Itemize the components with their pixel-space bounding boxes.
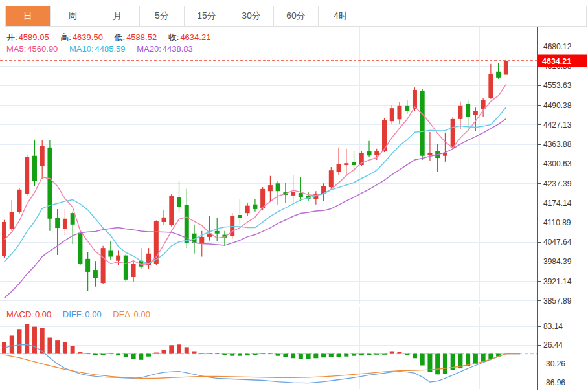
candle [131, 260, 136, 282]
axis-tick-label: 4174.14 [543, 199, 572, 208]
tab-5min[interactable]: 5分 [140, 6, 185, 26]
open-label: 开: [6, 32, 17, 42]
axis-tick-label: 3921.14 [543, 277, 572, 286]
high-readout: 高:4639.50 [60, 32, 103, 42]
macd-bar [215, 353, 220, 353]
last-price-tag-text: 4634.21 [542, 57, 571, 66]
chart-canvas[interactable]: 4680.124616.884553.634490.384427.134363.… [0, 0, 588, 391]
candle [17, 188, 21, 214]
candle [177, 181, 181, 212]
macd-bar [78, 352, 82, 354]
tab-15min[interactable]: 15分 [185, 6, 229, 26]
macd-bar [116, 354, 120, 356]
candle [108, 241, 113, 260]
tab-4hour[interactable]: 4时 [319, 6, 363, 26]
macd-bar [131, 354, 136, 359]
macd-bar [32, 327, 37, 354]
macd-bar [253, 354, 257, 355]
candle [504, 59, 508, 74]
candle [337, 148, 341, 175]
candle [40, 140, 45, 179]
tab-60min[interactable]: 60分 [274, 6, 319, 26]
macd-bar [207, 353, 212, 353]
candle [420, 89, 425, 160]
ma5-label: MA5: [6, 44, 26, 54]
macd-bar [276, 354, 280, 356]
macd-bar [139, 354, 143, 360]
candle [451, 117, 455, 149]
axis-tick-label: 4363.88 [543, 140, 572, 149]
candle [458, 102, 462, 129]
candle [299, 177, 303, 201]
candle [306, 192, 311, 201]
macd-bar [154, 353, 159, 354]
axis-tick-label: 4237.39 [543, 179, 572, 188]
candle [101, 246, 106, 284]
candle [496, 63, 501, 79]
tab-day[interactable]: 日 [6, 6, 51, 26]
macd-bar [177, 344, 181, 353]
candle [32, 140, 37, 186]
ma5-readout: MA5:4560.90 [6, 44, 58, 54]
ohlc-header: 开:4589.05 高:4639.50 低:4588.52 收:4634.21 [6, 32, 220, 43]
macd-bar [185, 347, 189, 353]
macd-bar [443, 354, 447, 374]
macd-bar [162, 350, 166, 354]
ma10-readout: MA10:4485.59 [69, 44, 126, 54]
macd-bar [17, 329, 21, 353]
macd-bar [222, 354, 227, 355]
candle [260, 187, 265, 210]
tab-30min[interactable]: 30分 [229, 6, 274, 26]
axis-tick-label: 3984.39 [543, 257, 572, 266]
last-price-tag: 4634.21 [538, 55, 587, 67]
candle [47, 140, 52, 231]
macd-bar [374, 354, 379, 355]
candle [390, 105, 394, 124]
low-label: 低: [115, 32, 126, 42]
macd-bar [321, 354, 326, 358]
axis-tick-label: 4553.63 [543, 81, 572, 90]
axis-tick-label: 83.14 [543, 322, 563, 331]
axis-tick-label: 3857.89 [543, 296, 572, 306]
candle [55, 209, 60, 255]
high-label: 高: [60, 32, 71, 42]
dea-line [5, 354, 521, 379]
diff-readout: DIFF:0.00 [63, 309, 102, 319]
axis-tick-label: 4110.89 [543, 218, 571, 227]
candle [405, 100, 409, 114]
candle [329, 167, 334, 190]
tab-week[interactable]: 周 [51, 6, 95, 26]
candle [146, 248, 151, 269]
close-value: 4634.21 [180, 32, 210, 42]
candlestick-series [2, 59, 508, 291]
axis-tick-label: 4047.64 [543, 238, 572, 247]
candle [230, 213, 234, 239]
dea-readout: DEA:0.00 [113, 309, 150, 319]
panel-borders [0, 27, 588, 390]
macd-bar [382, 354, 387, 355]
candle [124, 254, 128, 282]
macd-bar [47, 338, 52, 354]
macd-bar [245, 354, 250, 356]
candle [253, 199, 257, 212]
macd-bar [124, 354, 128, 357]
ma20-label: MA20: [137, 44, 161, 54]
macd-bar [359, 354, 364, 356]
macd-bar [238, 354, 242, 356]
macd-bar [405, 354, 409, 355]
ma10-label: MA10: [69, 44, 94, 54]
macd-bar [192, 352, 197, 354]
macd-histogram [2, 324, 501, 374]
macd-bar [108, 353, 113, 354]
macd-bar [55, 340, 60, 353]
macd-bar [473, 354, 478, 364]
macd-bar [63, 342, 67, 353]
close-readout: 收:4634.21 [168, 32, 211, 42]
ma10-value: 4485.59 [95, 44, 126, 54]
macd-bar [306, 354, 311, 359]
axis-tick-label: -30.26 [543, 359, 565, 368]
candle [169, 194, 174, 227]
macd-value: 0.00 [35, 309, 51, 319]
tab-month[interactable]: 月 [95, 6, 140, 26]
macd-bar [260, 353, 265, 353]
